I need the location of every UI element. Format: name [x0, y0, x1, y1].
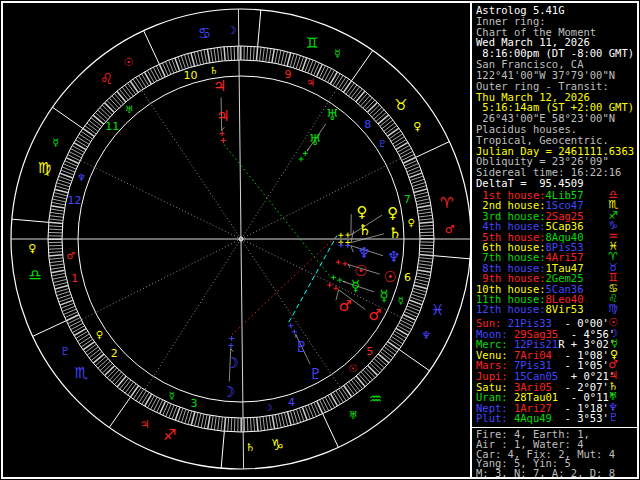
degree-tick	[102, 105, 112, 115]
degree-tick	[147, 70, 154, 82]
planet-glyph-mars-transit: ♂	[368, 306, 381, 324]
house-cusp-row: 12th house:8Vir53♍	[476, 304, 638, 314]
house-number-8: 8	[364, 118, 371, 131]
house-cusp-list: 1st house:4Lib57♎ 2nd house:1Sco47♏ 3rd …	[476, 190, 638, 315]
degree-tick	[293, 410, 297, 423]
degree-tick	[339, 389, 347, 401]
degree-tick	[415, 279, 429, 282]
degree-tick	[257, 417, 258, 431]
degree-tick	[52, 199, 66, 202]
sign-glyph-pisces: ♓	[431, 301, 444, 319]
degree-tick	[122, 380, 131, 391]
degree-tick	[49, 258, 63, 259]
degree-tick	[153, 67, 159, 79]
degree-tick	[395, 331, 407, 338]
house-number-9: 9	[284, 68, 291, 81]
house-ruler-icon: ☽	[264, 402, 273, 413]
degree-tick	[266, 416, 268, 430]
degree-tick	[419, 222, 433, 223]
degree-tick	[418, 209, 432, 211]
degree-tick	[85, 344, 96, 352]
house-ruler-icon: ♇	[378, 138, 387, 149]
sign-glyph-scorpio: ♏	[74, 364, 88, 382]
planet-glyph-venus-transit: ♀	[387, 204, 398, 222]
house-number-10: 10	[183, 69, 197, 82]
sign-boundary-spoke	[52, 107, 82, 128]
house-cusp-spoke	[241, 239, 340, 388]
sign-glyph-gemini: ♊	[306, 34, 319, 52]
degree-tick	[361, 372, 370, 382]
degree-tick	[52, 276, 66, 279]
info-sidebar: Astrolog 5.41GInner ring:Chart of the Mo…	[476, 0, 638, 480]
pointer-line	[351, 231, 354, 243]
degree-tick	[396, 328, 408, 335]
degree-tick	[363, 370, 373, 380]
house-cusp-spoke	[241, 88, 337, 239]
sign-glyph-cancer: ♋	[198, 24, 211, 42]
degree-tick	[356, 91, 365, 102]
house-number-12: 12	[67, 194, 81, 207]
sign-boundary-spoke	[323, 414, 339, 448]
degree-tick	[417, 205, 431, 207]
house-ruler-icon: ♄	[209, 65, 218, 76]
degree-tick	[234, 46, 235, 60]
degree-tick	[56, 291, 69, 295]
degree-tick	[100, 107, 110, 117]
house-number-2: 2	[111, 347, 118, 360]
degree-tick	[398, 326, 410, 333]
sign-ruler-icon: ☿	[52, 136, 59, 149]
degree-tick	[224, 417, 225, 431]
degree-tick	[361, 95, 370, 105]
degree-tick	[391, 336, 403, 344]
degree-tick	[419, 219, 433, 220]
pointer-line	[231, 349, 233, 352]
degree-tick	[330, 72, 337, 84]
house-cusp-spoke	[241, 158, 401, 239]
degree-tick	[272, 49, 274, 63]
degree-tick	[359, 374, 368, 385]
house-ruler-icon: ♅	[125, 104, 134, 115]
house-ruler-icon: ♀	[96, 329, 103, 340]
degree-tick	[218, 417, 220, 431]
sign-boundary-spoke	[221, 431, 224, 468]
degree-tick	[317, 401, 323, 414]
degree-tick	[231, 46, 232, 60]
degree-tick	[201, 414, 204, 428]
sign-boundary-spoke	[399, 350, 429, 371]
degree-tick	[386, 344, 397, 352]
degree-tick	[356, 376, 365, 387]
planet-icon: ♇	[608, 412, 618, 423]
degree-tick	[378, 115, 389, 124]
sign-ruler-icon: ♇	[60, 345, 70, 358]
degree-tick	[75, 140, 87, 147]
planet-glyph-saturn-transit: ♄	[388, 224, 401, 242]
degree-tick	[415, 192, 429, 195]
degree-tick	[109, 370, 119, 380]
degree-tick	[263, 47, 265, 61]
house-ruler-icon: ☿	[398, 295, 404, 306]
degree-tick	[159, 64, 165, 77]
degree-tick	[87, 123, 98, 131]
midheaven-axis	[241, 239, 244, 469]
degree-tick	[50, 267, 64, 269]
element-summary: Fire: 4, Earth: 1,Air : 1, Water: 4Car: …	[476, 430, 615, 479]
planet-glyph-jupiter-transit: ♃	[213, 77, 226, 95]
degree-tick	[341, 79, 349, 91]
degree-tick	[95, 357, 106, 366]
degree-tick	[77, 334, 89, 341]
degree-tick	[325, 397, 332, 409]
degree-tick	[384, 123, 395, 131]
degree-tick	[184, 54, 188, 67]
degree-tick	[317, 64, 323, 77]
aspect-line	[224, 144, 330, 275]
degree-tick	[227, 46, 228, 60]
degree-tick	[102, 363, 112, 373]
degree-tick	[125, 382, 133, 393]
degree-tick	[112, 96, 121, 106]
degree-tick	[53, 196, 67, 199]
degree-tick	[341, 387, 349, 399]
sign-boundary-spoke	[433, 256, 470, 259]
planet-glyph-jupiter-natal: ♃	[216, 107, 229, 125]
degree-tick	[50, 209, 64, 211]
degree-tick	[89, 349, 100, 358]
